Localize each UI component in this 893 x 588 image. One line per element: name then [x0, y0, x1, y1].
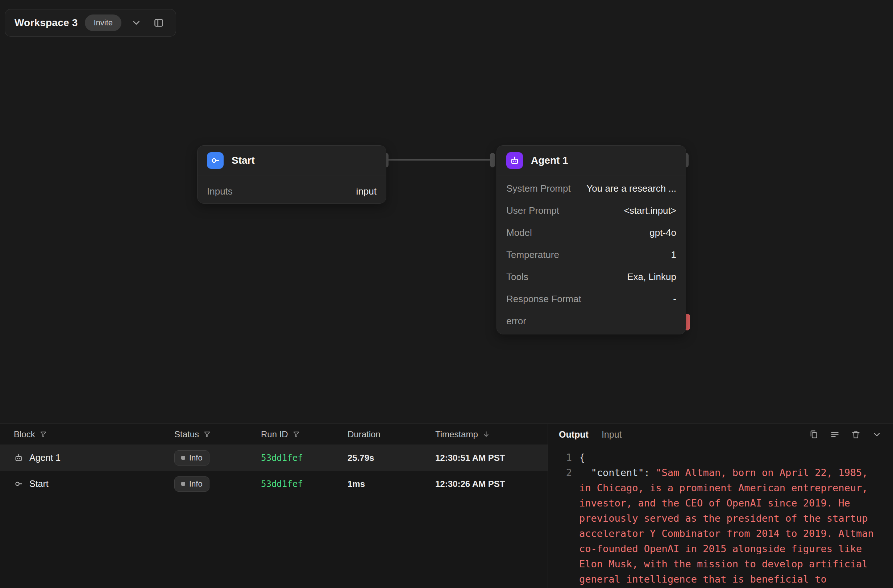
status-label: Info: [189, 453, 203, 463]
row-label: Model: [506, 227, 532, 238]
column-label: Run ID: [261, 429, 288, 440]
chevron-down-icon[interactable]: [129, 15, 144, 30]
row-label: User Prompt: [506, 205, 559, 216]
workspace-header: Workspace 3 Invite: [5, 9, 176, 37]
trash-icon[interactable]: [850, 429, 861, 440]
app-root: Workspace 3 Invite Start: [0, 0, 893, 588]
agent-param-row: System Prompt You are a research ...: [506, 177, 676, 200]
row-value: Exa, Linkup: [627, 272, 676, 283]
column-header-status[interactable]: Status: [174, 429, 261, 440]
tab-input[interactable]: Input: [601, 429, 622, 440]
row-label: Tools: [506, 272, 528, 283]
detail-actions: [808, 429, 882, 440]
row-label: Inputs: [207, 186, 233, 197]
row-label: Temperature: [506, 249, 559, 261]
filter-icon: [39, 430, 47, 438]
start-node-header: Start: [197, 146, 386, 176]
duration: 25.79s: [347, 453, 374, 463]
row-label: System Prompt: [506, 183, 571, 194]
tab-output[interactable]: Output: [559, 429, 589, 440]
column-label: Block: [14, 429, 35, 440]
json-string-value: "Sam Altman, born on April 22, 1985, in …: [579, 467, 879, 585]
timestamp: 12:30:26 AM PST: [435, 479, 505, 489]
sort-desc-icon: [483, 430, 490, 438]
agent-param-row: Response Format -: [506, 288, 676, 310]
agent-param-row: Temperature 1: [506, 244, 676, 266]
line-number: 1: [548, 450, 579, 465]
agent-icon: [14, 453, 24, 463]
logs-table: Block Status Run ID Duration Timestamp: [0, 424, 548, 588]
column-header-run-id[interactable]: Run ID: [261, 429, 347, 440]
column-header-timestamp[interactable]: Timestamp: [435, 429, 547, 440]
start-node[interactable]: Start Inputs input: [197, 145, 386, 204]
status-badge: Info: [174, 450, 209, 465]
start-inputs-row: Inputs input: [207, 177, 377, 205]
timestamp: 12:30:51 AM PST: [435, 453, 505, 463]
code-text: {: [579, 450, 893, 465]
workspace-name: Workspace 3: [15, 17, 78, 28]
agent-error-row: error: [506, 310, 676, 332]
json-separator: :: [644, 467, 656, 478]
row-label: error: [506, 315, 526, 327]
agent-param-row: User Prompt <start.input>: [506, 200, 676, 222]
timestamp-cell: 12:30:51 AM PST: [435, 453, 547, 463]
start-icon: [207, 152, 224, 169]
code-text: "content": "Sam Altman, born on April 22…: [579, 465, 893, 587]
status-cell: Info: [174, 476, 261, 492]
wrap-lines-icon[interactable]: [829, 429, 840, 440]
duration-cell: 1ms: [347, 478, 435, 489]
status-cell: Info: [174, 450, 261, 465]
status-dot-icon: [181, 482, 185, 486]
logs-panel: Block Status Run ID Duration Timestamp: [0, 423, 893, 588]
logs-table-header: Block Status Run ID Duration Timestamp: [0, 424, 547, 445]
column-header-block[interactable]: Block: [0, 429, 174, 440]
column-label: Timestamp: [435, 429, 478, 440]
filter-icon: [292, 430, 300, 438]
row-value: You are a research ...: [586, 183, 676, 194]
output-code-viewer[interactable]: 1 { 2 "content": "Sam Altman, born on Ap…: [548, 445, 893, 588]
block-name: Agent 1: [29, 453, 60, 463]
run-id: 53dd1fef: [261, 479, 303, 489]
row-value: 1: [671, 249, 676, 261]
log-row-start[interactable]: Start Info 53dd1fef 1ms 12:30:26 AM PST: [0, 471, 547, 497]
row-value: -: [673, 294, 676, 305]
agent-node-header: Agent 1: [497, 146, 686, 176]
detail-header: Output Input: [548, 424, 893, 445]
row-label: Response Format: [506, 294, 581, 305]
log-row-agent-1[interactable]: Agent 1 Info 53dd1fef 25.79s 12:30:51 AM…: [0, 445, 547, 471]
agent-node[interactable]: Agent 1 System Prompt You are a research…: [496, 145, 686, 334]
sidebar-toggle-icon[interactable]: [151, 15, 166, 30]
line-number: 2: [548, 465, 579, 587]
copy-icon[interactable]: [808, 429, 819, 440]
agent-param-row: Tools Exa, Linkup: [506, 266, 676, 288]
edge-start-to-agent[interactable]: [388, 159, 493, 160]
row-value: <start.input>: [624, 205, 676, 216]
invite-button[interactable]: Invite: [85, 15, 122, 31]
run-id-cell: 53dd1fef: [261, 453, 347, 463]
block-name: Start: [29, 478, 48, 489]
agent-node-title: Agent 1: [531, 155, 568, 166]
block-cell: Start: [0, 478, 174, 489]
json-key: "content": [591, 467, 644, 478]
code-indent: [579, 467, 591, 478]
block-cell: Agent 1: [0, 453, 174, 463]
column-label: Duration: [347, 429, 380, 440]
duration: 1ms: [347, 479, 365, 489]
agent-param-row: Model gpt-4o: [506, 222, 676, 244]
column-label: Status: [174, 429, 199, 440]
start-icon: [14, 479, 24, 489]
run-id: 53dd1fef: [261, 453, 303, 463]
code-line: 2 "content": "Sam Altman, born on April …: [548, 465, 893, 587]
workflow-canvas[interactable]: Workspace 3 Invite Start: [0, 0, 893, 423]
agent-input-handle[interactable]: [490, 153, 495, 167]
duration-cell: 25.79s: [347, 453, 435, 463]
filter-icon: [203, 430, 211, 438]
chevron-down-icon[interactable]: [871, 429, 882, 440]
status-badge: Info: [174, 476, 209, 492]
status-label: Info: [189, 479, 203, 489]
column-header-duration[interactable]: Duration: [347, 429, 435, 440]
status-dot-icon: [181, 456, 185, 460]
code-line: 1 {: [548, 450, 893, 465]
row-value: input: [356, 186, 377, 197]
run-id-cell: 53dd1fef: [261, 478, 347, 489]
